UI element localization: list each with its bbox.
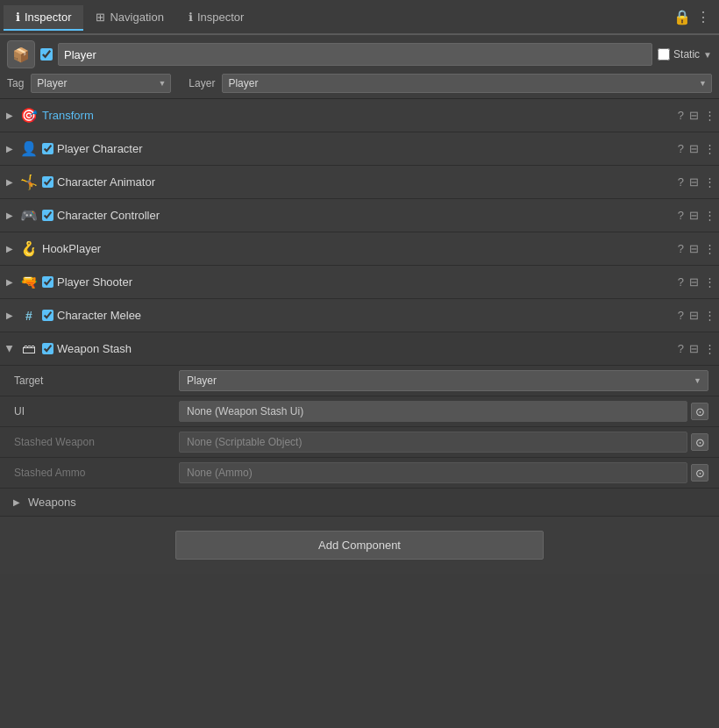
tab-inspector2[interactable]: ℹ Inspector	[176, 5, 256, 31]
weapon-stash-header[interactable]: ▶ 🗃 Weapon Stash ? ⊟ ⋮	[0, 332, 719, 366]
character-melee-icon: #	[19, 306, 39, 325]
weapons-caret[interactable]: ▶	[11, 497, 23, 507]
weapon-stash-icon: 🗃	[19, 339, 39, 359]
inspector1-icon: ℹ	[16, 11, 20, 24]
weapon-stash-more-icon[interactable]: ⋮	[704, 342, 715, 355]
player-character-icon: 👤	[19, 139, 39, 159]
tab-inspector1[interactable]: ℹ Inspector	[4, 5, 83, 31]
tab-inspector1-label: Inspector	[25, 11, 71, 24]
tab-navigation[interactable]: ⊞ Navigation	[83, 5, 175, 31]
transform-more-icon[interactable]: ⋮	[704, 109, 715, 122]
stashed-ammo-input[interactable]	[179, 462, 687, 483]
character-animator-help-icon[interactable]: ?	[678, 175, 684, 189]
hook-player-help-icon[interactable]: ?	[678, 242, 684, 255]
static-dropdown-arrow[interactable]: ▼	[703, 50, 712, 60]
transform-caret[interactable]: ▶	[4, 111, 16, 120]
cube-icon: 📦	[12, 46, 30, 63]
component-row-player-shooter[interactable]: ▶ 🔫 Player Shooter ? ⊟ ⋮	[0, 266, 719, 299]
hook-player-caret[interactable]: ▶	[4, 244, 16, 253]
component-row-character-animator[interactable]: ▶ 🤸 Character Animator ? ⊟ ⋮	[0, 166, 719, 199]
static-label: Static	[673, 48, 700, 61]
character-animator-caret[interactable]: ▶	[4, 177, 16, 187]
player-character-caret[interactable]: ▶	[4, 144, 16, 153]
stashed-weapon-input[interactable]	[179, 432, 687, 453]
player-character-more-icon[interactable]: ⋮	[704, 142, 715, 155]
weapon-stash-checkbox[interactable]	[42, 343, 53, 354]
character-animator-checkbox[interactable]	[42, 176, 53, 188]
component-expanded-weapon-stash: ▶ 🗃 Weapon Stash ? ⊟ ⋮ Target Player	[0, 332, 719, 517]
component-row-character-melee[interactable]: ▶ # Character Melee ? ⊟ ⋮	[0, 299, 719, 332]
static-checkbox[interactable]	[658, 48, 670, 61]
character-melee-help-icon[interactable]: ?	[678, 309, 684, 322]
character-controller-help-icon[interactable]: ?	[678, 209, 684, 222]
character-controller-icon: 🎮	[19, 206, 39, 225]
field-row-target: Target Player	[0, 366, 719, 396]
tag-select[interactable]: Player	[31, 74, 171, 93]
weapon-stash-sliders-icon[interactable]: ⊟	[689, 342, 699, 355]
player-shooter-more-icon[interactable]: ⋮	[704, 275, 715, 289]
object-icon: 📦	[7, 40, 35, 68]
player-shooter-actions: ? ⊟ ⋮	[678, 275, 715, 289]
player-character-checkbox[interactable]	[42, 143, 53, 154]
character-controller-caret[interactable]: ▶	[4, 211, 16, 220]
add-component-button[interactable]: Add Component	[175, 531, 544, 560]
weapons-label: Weapons	[28, 496, 76, 509]
layer-select-wrap: Player	[222, 74, 712, 93]
stashed-weapon-label: Stashed Weapon	[14, 436, 172, 448]
character-melee-more-icon[interactable]: ⋮	[704, 309, 715, 322]
component-row-transform[interactable]: ▶ 🎯 Transform ? ⊟ ⋮	[0, 99, 719, 132]
character-controller-checkbox[interactable]	[42, 210, 53, 221]
weapon-stash-name: Weapon Stash	[57, 342, 674, 355]
static-area: Static ▼	[658, 48, 712, 61]
field-row-stashed-weapon: Stashed Weapon ⊙	[0, 427, 719, 458]
tag-select-wrap: Player	[31, 74, 171, 93]
object-row: 📦 Static ▼	[7, 40, 712, 68]
object-active-checkbox[interactable]	[40, 48, 53, 61]
player-shooter-help-icon[interactable]: ?	[678, 275, 684, 289]
weapon-stash-help-icon[interactable]: ?	[678, 342, 684, 355]
transform-name: Transform	[42, 109, 674, 122]
character-melee-sliders-icon[interactable]: ⊟	[689, 309, 699, 322]
component-row-player-character[interactable]: ▶ 👤 Player Character ? ⊟ ⋮	[0, 132, 719, 166]
object-name-input[interactable]	[58, 43, 652, 66]
hook-player-sliders-icon[interactable]: ⊟	[689, 242, 699, 255]
character-melee-checkbox[interactable]	[42, 310, 53, 321]
weapon-stash-caret[interactable]: ▶	[5, 343, 15, 355]
hook-player-more-icon[interactable]: ⋮	[704, 242, 715, 255]
ui-target-button[interactable]: ⊙	[691, 403, 708, 420]
stashed-ammo-value: ⊙	[179, 462, 708, 483]
transform-sliders-icon[interactable]: ⊟	[689, 109, 699, 122]
navigation-icon: ⊞	[96, 11, 105, 24]
character-controller-name: Character Controller	[57, 209, 674, 222]
character-animator-actions: ? ⊟ ⋮	[678, 175, 715, 189]
player-character-help-icon[interactable]: ?	[678, 142, 684, 155]
character-animator-sliders-icon[interactable]: ⊟	[689, 175, 699, 189]
target-dropdown[interactable]: Player	[179, 370, 708, 391]
layer-select[interactable]: Player	[222, 74, 712, 93]
player-shooter-sliders-icon[interactable]: ⊟	[689, 275, 699, 289]
weapon-stash-actions: ? ⊟ ⋮	[678, 342, 715, 355]
more-options-icon[interactable]: ⋮	[696, 9, 710, 25]
ui-input[interactable]	[179, 401, 687, 422]
lock-icon[interactable]: 🔒	[673, 9, 691, 25]
layer-label: Layer	[189, 77, 215, 89]
inspector2-icon: ℹ	[189, 11, 193, 24]
field-row-ui: UI ⊙	[0, 396, 719, 427]
character-controller-sliders-icon[interactable]: ⊟	[689, 209, 699, 222]
component-row-character-controller[interactable]: ▶ 🎮 Character Controller ? ⊟ ⋮	[0, 199, 719, 232]
player-shooter-checkbox[interactable]	[42, 276, 53, 288]
component-row-hook-player[interactable]: ▶ 🪝 HookPlayer ? ⊟ ⋮	[0, 232, 719, 266]
character-controller-actions: ? ⊟ ⋮	[678, 209, 715, 222]
transform-help-icon[interactable]: ?	[678, 109, 684, 122]
stashed-ammo-target-button[interactable]: ⊙	[691, 464, 708, 482]
character-animator-icon: 🤸	[19, 173, 39, 192]
field-row-stashed-ammo: Stashed Ammo ⊙	[0, 458, 719, 489]
player-character-sliders-icon[interactable]: ⊟	[689, 142, 699, 155]
character-animator-more-icon[interactable]: ⋮	[704, 175, 715, 189]
header-area: 📦 Static ▼ Tag Player Layer Player	[0, 35, 719, 99]
character-melee-caret[interactable]: ▶	[4, 310, 16, 320]
character-controller-more-icon[interactable]: ⋮	[704, 209, 715, 222]
player-shooter-caret[interactable]: ▶	[4, 277, 16, 287]
tab-inspector2-label: Inspector	[197, 11, 244, 24]
stashed-weapon-target-button[interactable]: ⊙	[691, 433, 708, 451]
